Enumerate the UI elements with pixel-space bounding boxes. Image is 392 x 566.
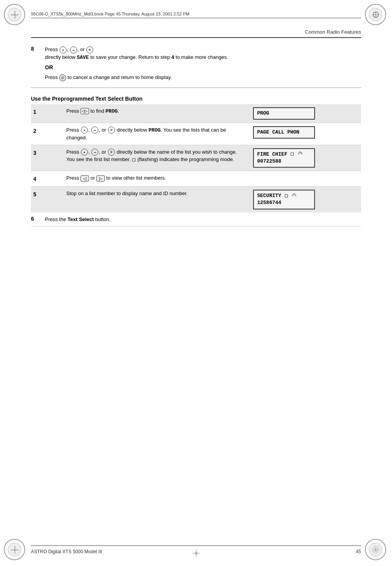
step5-number: 5 — [31, 187, 64, 213]
svg-line-12 — [295, 194, 296, 195]
step2-lcd-line1: PAGE CALL PHON — [257, 129, 311, 136]
cancel-knob-icon: ⊙ — [59, 74, 66, 81]
section-title-container: Use the Preprogrammed Text Select Button — [31, 96, 361, 102]
step3-lcd: FIRE CHIEF 00722588 — [253, 148, 315, 168]
step8-section: 8 Press , , or directly below SAVE to sa… — [31, 46, 361, 88]
bottom-center-decoration — [192, 549, 200, 558]
step5-square-icon — [285, 194, 288, 197]
corner-decoration-tl — [4, 4, 27, 27]
step3-number: 3 — [31, 145, 64, 171]
step6-suffix: button. — [94, 216, 110, 222]
step3-btn2 — [91, 149, 98, 156]
button-dot-icon — [60, 46, 67, 53]
step5-display: SECURITY 12586744 — [245, 187, 361, 213]
step1-lcd: PROG — [253, 107, 315, 120]
button-group-icon — [86, 46, 93, 53]
step1-display: PROG — [245, 104, 361, 123]
file-info-bar: 95C08-O_XTS5k_800MHz_Mdl3.book Page 45 T… — [31, 12, 361, 18]
footer-left: ASTRO Digital XTS 5000 Model III — [31, 549, 102, 554]
svg-line-10 — [298, 154, 300, 154]
step5-lcd-line2: 12586744 — [257, 199, 311, 206]
step4-nav-left: ◁ — [80, 175, 89, 182]
file-info-text: 95C08-O_XTS5k_800MHz_Mdl3.book Page 45 T… — [31, 12, 189, 16]
svg-point-5 — [375, 549, 377, 551]
step6-prefix: Press the — [45, 216, 68, 222]
step6-text: Press the Text Select button. — [45, 216, 361, 223]
svg-line-7 — [301, 152, 302, 153]
step3-btn3 — [108, 149, 115, 156]
step8-or-connector: or — [80, 46, 86, 52]
step2-display: PAGE CALL PHON — [245, 123, 361, 145]
svg-line-13 — [295, 196, 296, 196]
step8-number: 8 — [31, 46, 39, 52]
table-row: 1 Press ◁▷ to find PROG. PROG — [31, 104, 361, 123]
step1-nav-btn: ◁▷ — [80, 108, 89, 114]
step8-press-cancel: Press — [45, 74, 59, 80]
svg-line-9 — [299, 152, 300, 153]
step6-row: 6 Press the Text Select button. — [31, 216, 361, 227]
footer-right: 45 — [356, 549, 361, 554]
step2-text: Press , , or directly below PROG. You se… — [64, 123, 245, 145]
steps-table: 1 Press ◁▷ to find PROG. PROG 2 Press , … — [31, 104, 361, 213]
step2-lcd: PAGE CALL PHON — [253, 126, 315, 139]
svg-line-8 — [301, 154, 303, 154]
table-row: 4 Press ◁ or ▷ to view other list member… — [31, 171, 361, 187]
step5-lcd: SECURITY 12586744 — [253, 190, 315, 209]
main-content: Common Radio Features 8 Press , , or dir… — [31, 29, 361, 535]
step2-code: PROG — [149, 127, 161, 133]
step2-btn3 — [108, 127, 115, 134]
step5-text: Stop on a list member to display name an… — [64, 187, 245, 213]
step3-square-icon — [132, 158, 135, 161]
step8-below-text: directly below — [45, 54, 77, 60]
step1-lcd-line1: PROG — [257, 110, 311, 117]
step4-number: 4 — [31, 171, 64, 187]
corner-decoration-br — [365, 539, 388, 562]
step6-bold: Text Select — [68, 216, 94, 222]
button-dotdot-icon — [70, 46, 77, 53]
step3-btn1 — [81, 149, 88, 156]
step6-number: 6 — [31, 216, 39, 222]
step8-press-label: Press — [45, 46, 59, 52]
corner-decoration-tr — [365, 4, 388, 27]
step4-nav-right: ▷ — [96, 175, 105, 182]
step8-cancel-text: Press ⊙ to cancel a change and return to… — [45, 74, 361, 81]
step4-display — [245, 171, 361, 187]
section-title: Use the Preprogrammed Text Select Button — [31, 96, 142, 102]
step3-lcd-line2: 00722588 — [257, 158, 311, 165]
step1-text: Press ◁▷ to find PROG. — [64, 104, 245, 123]
header-title: Common Radio Features — [305, 29, 361, 35]
step5-lcd-line1: SECURITY — [257, 192, 311, 199]
step2-btn2 — [91, 127, 98, 134]
step3-lcd-line1: FIRE CHIEF — [257, 151, 311, 158]
step4-text: Press ◁ or ▷ to view other list members. — [64, 171, 245, 187]
step3-display: FIRE CHIEF 00722588 — [245, 145, 361, 171]
step1-code: PROG — [106, 108, 118, 114]
table-row: 3 Press , , or directly below the name o… — [31, 145, 361, 171]
or-label: OR — [45, 64, 361, 70]
corner-decoration-bl — [4, 539, 27, 562]
step8-text: Press , , or directly below SAVE to save… — [45, 46, 361, 61]
step8-cancel-suffix: to cancel a change and return to home di… — [67, 74, 171, 80]
step8-save-suffix: to save your change. Return to step 4 to… — [89, 54, 228, 60]
page-header: Common Radio Features — [31, 29, 361, 38]
step8-row: 8 Press , , or directly below SAVE to sa… — [31, 46, 361, 61]
step2-number: 2 — [31, 123, 64, 145]
step2-btn1 — [81, 127, 88, 134]
table-row: 5 Stop on a list member to display name … — [31, 187, 361, 213]
step3-text: Press , , or directly below the name of … — [64, 145, 245, 171]
table-row: 2 Press , , or directly below PROG. You … — [31, 123, 361, 145]
step8-save-code: SAVE — [77, 55, 89, 60]
step1-number: 1 — [31, 104, 64, 123]
svg-line-15 — [292, 196, 293, 196]
svg-line-14 — [293, 194, 293, 195]
